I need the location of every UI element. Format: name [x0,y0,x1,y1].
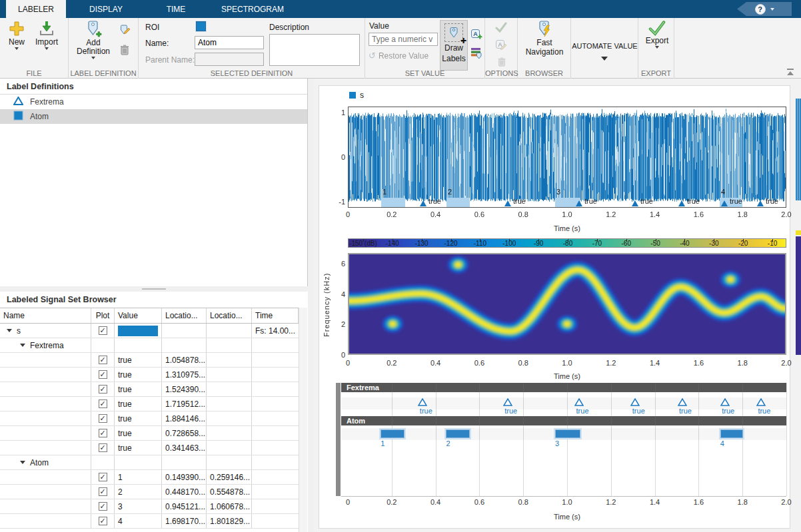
column-header-loc1[interactable]: Locatio... [162,308,207,323]
timeline-roi-region[interactable] [446,429,469,438]
name-input[interactable] [195,36,264,49]
value-input[interactable] [369,33,438,46]
definition-item-fextrema[interactable]: Fextrema [0,95,307,109]
label-attribute-add-button[interactable]: A [470,27,483,41]
timeline-xtick: 2.0 [776,498,796,506]
cell-time [252,368,299,382]
fast-navigation-button[interactable]: Fast Navigation [520,20,568,57]
table-row[interactable]: Atom [0,455,299,470]
spectrogram-xtick: 0.6 [469,359,489,367]
plot-checkbox[interactable]: ✓ [99,356,107,364]
table-row[interactable]: ✓true1.524390... [0,382,299,397]
new-button[interactable]: New [4,20,29,50]
plot-checkbox[interactable]: ✓ [99,370,107,379]
timeline-row-header-atom[interactable]: Atom [341,416,786,425]
collapse-ribbon-button[interactable] [785,69,796,77]
plot-checkbox[interactable]: ✓ [99,399,107,408]
signal-point-marker-icon[interactable] [504,200,511,206]
edit-value-button[interactable]: A [494,38,508,51]
table-row[interactable]: ✓true0.728658... [0,426,299,441]
tab-spectrogram[interactable]: SPECTROGRAM [206,0,299,18]
expander-icon[interactable] [7,329,12,332]
signal-point-marker-icon[interactable] [678,200,685,206]
plot-checkbox[interactable]: ✓ [99,385,107,394]
signal-roi-region[interactable] [446,198,470,207]
help-button[interactable]: ? [737,2,792,16]
tab-labeler[interactable]: LABELER [6,0,66,18]
plot-checkbox[interactable]: ✓ [99,502,107,511]
new-caret-icon [15,47,19,50]
table-row[interactable]: ✓10.149390...0.259146... [0,470,299,485]
signal-point-marker-icon[interactable] [757,200,764,206]
accept-button[interactable] [494,21,508,34]
cell-name [0,514,91,528]
edit-definition-button[interactable] [118,23,131,37]
plot-checkbox[interactable]: ✓ [99,326,107,335]
timeline-row-header-fextrema[interactable]: Fextrema [341,383,786,392]
tab-time[interactable]: TIME [146,0,206,18]
table-row[interactable]: ✓true1.884146... [0,411,299,426]
table-vertical-scrollbar[interactable] [299,308,307,532]
pane-divider[interactable] [0,286,308,292]
cell-location-1: 1.310975... [162,368,207,382]
plot-checkbox[interactable]: ✓ [99,429,107,437]
table-row[interactable]: ✓20.448170...0.554878... [0,485,299,499]
signal-roi-region[interactable] [381,198,405,207]
table-row[interactable]: ✓true1.310975... [0,368,299,382]
add-definition-button[interactable]: Add Definition [71,20,115,59]
plot-checkbox[interactable]: ✓ [99,473,107,481]
spectrogram-xtick: 0.4 [426,359,446,367]
spectrogram[interactable] [348,253,786,355]
import-button[interactable]: Import [32,20,61,50]
column-header-value[interactable]: Value [115,308,162,323]
roi-color-swatch[interactable] [196,21,206,31]
expander-icon[interactable] [20,461,25,464]
timeline-xtick: 0.6 [469,498,489,506]
cell-name [0,397,91,411]
table-row[interactable]: ✓true0.341463... [0,441,299,455]
signal-plot[interactable]: 1234truetruetruetruetruetruetrue [348,107,786,208]
column-header-time[interactable]: Time [252,308,299,323]
cell-plot: ✓ [91,499,115,513]
table-row[interactable]: ✓true1.719512... [0,397,299,411]
timeline-gridline [523,383,524,496]
signal-point-marker-icon[interactable] [632,200,638,206]
column-header-plot[interactable]: Plot [91,308,115,323]
parent-name-input[interactable] [195,53,264,66]
display-order-button[interactable] [470,46,483,59]
expander-icon[interactable] [20,344,25,347]
table-row[interactable]: ✓41.698170...1.801829... [0,514,299,529]
signal-plot-ytick: -1 [329,198,345,206]
automate-value-button[interactable]: AUTOMATE VALUE [571,42,638,50]
export-button[interactable]: Export [644,20,670,49]
timeline-roi-region[interactable] [720,429,743,438]
plot-checkbox[interactable]: ✓ [99,517,107,525]
table-row[interactable]: ✓true1.054878... [0,353,299,368]
plot-checkbox[interactable]: ✓ [99,443,107,452]
timeline-roi-region[interactable] [381,429,404,438]
cell-location-1: 1.524390... [162,382,207,396]
description-input[interactable] [269,34,360,66]
table-row[interactable]: ✓30.945121...1.060678... [0,499,299,514]
definition-item-atom[interactable]: Atom [0,109,307,124]
delete-label-button[interactable] [495,55,508,69]
restore-value-button[interactable]: ↺ Restore Value [369,51,428,61]
table-row[interactable]: Fextrema [0,338,299,353]
colorbar-tick-mark [656,239,656,242]
tab-display[interactable]: DISPLAY [66,0,146,18]
draw-labels-button[interactable]: ✚ Draw Labels [440,20,468,71]
signal-point-marker-icon[interactable] [576,200,582,206]
cursor-plus-icon: ✚ [460,37,466,45]
signal-point-label: true [428,197,441,205]
signal-point-marker-icon[interactable] [420,200,426,206]
plot-checkbox[interactable]: ✓ [99,487,107,496]
table-row[interactable]: s✓Fs: 14.00... [0,324,299,338]
delete-definition-button[interactable] [118,43,131,57]
timeline-roi-region[interactable] [555,429,580,438]
column-header-loc2[interactable]: Locatio... [207,308,252,323]
timeline-left-scrollbar[interactable] [336,383,341,496]
signal-point-marker-icon[interactable] [721,200,728,206]
group-label-definition: Add Definition LABEL DEFINITION [69,18,139,79]
column-header-name[interactable]: Name [0,308,91,323]
plot-checkbox[interactable]: ✓ [99,414,107,423]
